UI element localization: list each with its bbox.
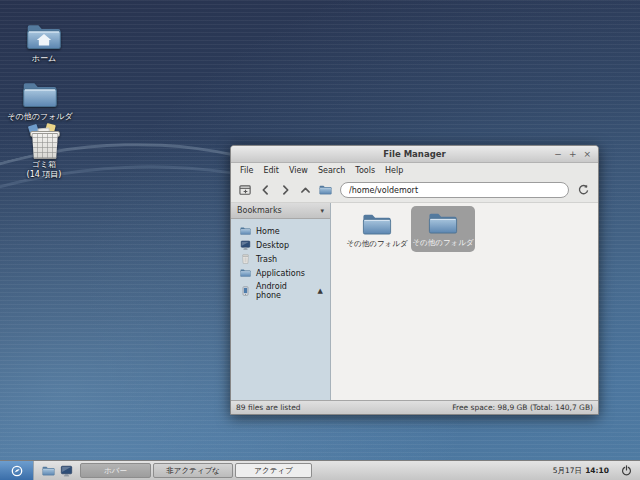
trash-icon xyxy=(240,254,251,264)
bookmarks-header[interactable]: Bookmarks ▾ xyxy=(231,203,330,219)
desktop-icon xyxy=(240,240,251,250)
clock[interactable]: 5月17日 14:10 xyxy=(553,466,617,476)
folder-icon xyxy=(240,226,251,236)
menu-view[interactable]: View xyxy=(284,164,313,177)
menu-tools[interactable]: Tools xyxy=(350,164,380,177)
sidebar-item-applications[interactable]: Applications xyxy=(231,266,330,280)
back-icon xyxy=(259,184,272,196)
sidebar: Bookmarks ▾ Home Desktop Trash xyxy=(231,203,331,400)
applications-menu-button[interactable] xyxy=(0,461,34,480)
menu-file[interactable]: File xyxy=(235,164,258,177)
launchers xyxy=(34,464,80,478)
show-desktop-launcher[interactable] xyxy=(59,464,73,478)
file-manager-body: Bookmarks ▾ Home Desktop Trash xyxy=(231,203,598,400)
desktop-icon-other-folder[interactable]: その他のフォルダ xyxy=(2,80,78,122)
desktop-icon-home[interactable]: ホーム xyxy=(6,22,82,64)
bookmarks-header-label: Bookmarks xyxy=(237,206,282,215)
bookmarks-list: Home Desktop Trash Applications xyxy=(231,219,330,302)
desktop: ホーム その他のフォルダ ゴミ箱 (14 項目) File Manager − … xyxy=(0,0,640,480)
home-folder-icon xyxy=(26,22,62,52)
back-button[interactable] xyxy=(256,181,275,200)
up-button[interactable] xyxy=(296,181,315,200)
path-input[interactable] xyxy=(340,182,569,198)
new-tab-icon xyxy=(239,184,252,196)
folder-icon xyxy=(240,268,251,278)
file-item-label: その他のフォルダ xyxy=(346,239,407,249)
file-manager-window: File Manager − + × File Edit View Search… xyxy=(230,145,599,415)
file-item-folder-selected[interactable]: その他のフォルダ xyxy=(411,206,475,252)
forward-icon xyxy=(279,184,292,196)
maximize-button[interactable]: + xyxy=(569,150,577,159)
taskbar-window-button-inactive[interactable]: 非アクティブな xyxy=(153,463,233,478)
trash-full-icon xyxy=(27,124,61,158)
sidebar-item-trash[interactable]: Trash xyxy=(231,252,330,266)
folder-icon xyxy=(428,211,458,236)
file-item-folder[interactable]: その他のフォルダ xyxy=(345,212,409,249)
menu-search[interactable]: Search xyxy=(313,164,350,177)
status-free-space: Free space: 98,9 GB (Total: 140,7 GB) xyxy=(452,403,593,412)
eject-icon[interactable]: ▲ xyxy=(318,287,326,295)
files-area[interactable]: その他のフォルダ その他のフォルダ xyxy=(331,203,598,400)
taskbar-window-button-hover[interactable]: ホバー xyxy=(80,463,151,478)
toolbar xyxy=(231,178,598,203)
window-buttons: ホバー 非アクティブな アクティブ xyxy=(80,463,312,478)
desktop-icon xyxy=(60,465,73,477)
distro-logo-icon xyxy=(11,465,23,477)
clock-date: 5月17日 xyxy=(553,466,582,476)
desktop-icon-label: その他のフォルダ xyxy=(7,112,72,122)
trash-basket xyxy=(31,133,59,159)
folder-icon xyxy=(319,184,332,196)
sidebar-item-label: Trash xyxy=(256,255,277,264)
reload-button[interactable] xyxy=(574,181,593,200)
power-button[interactable] xyxy=(617,461,640,480)
forward-button[interactable] xyxy=(276,181,295,200)
desktop-icon-label: ゴミ箱 (14 項目) xyxy=(27,160,62,181)
close-button[interactable]: × xyxy=(583,150,591,159)
power-icon xyxy=(621,465,632,476)
file-manager-launcher[interactable] xyxy=(41,464,55,478)
folder-icon xyxy=(22,80,58,110)
up-icon xyxy=(299,184,312,196)
file-item-label: その他のフォルダ xyxy=(412,238,473,248)
chevron-down-icon: ▾ xyxy=(320,207,324,215)
sidebar-item-desktop[interactable]: Desktop xyxy=(231,238,330,252)
taskbar-button-label: アクティブ xyxy=(254,466,292,476)
menu-edit[interactable]: Edit xyxy=(258,164,284,177)
new-tab-button[interactable] xyxy=(236,181,255,200)
taskbar: ホバー 非アクティブな アクティブ 5月17日 14:10 xyxy=(0,460,640,480)
reload-icon xyxy=(577,184,590,196)
taskbar-window-button-active[interactable]: アクティブ xyxy=(235,463,312,478)
window-title: File Manager xyxy=(231,149,598,159)
menubar: File Edit View Search Tools Help xyxy=(231,163,598,178)
status-files-count: 89 files are listed xyxy=(236,403,301,412)
sidebar-item-home[interactable]: Home xyxy=(231,224,330,238)
sidebar-item-android-phone[interactable]: Android phone ▲ xyxy=(231,280,330,302)
menu-help[interactable]: Help xyxy=(380,164,408,177)
sidebar-item-label: Applications xyxy=(256,269,305,278)
taskbar-button-label: ホバー xyxy=(104,466,127,476)
clock-time: 14:10 xyxy=(585,466,609,475)
taskbar-button-label: 非アクティブな xyxy=(166,466,220,476)
sidebar-item-label: Home xyxy=(256,227,280,236)
minimize-button[interactable]: − xyxy=(554,150,562,159)
statusbar: 89 files are listed Free space: 98,9 GB … xyxy=(231,400,598,414)
phone-icon xyxy=(240,286,251,296)
sidebar-item-label: Desktop xyxy=(256,241,289,250)
desktop-icon-label: ホーム xyxy=(32,54,56,64)
home-button[interactable] xyxy=(316,181,335,200)
sidebar-item-label: Android phone xyxy=(256,282,313,300)
folder-icon xyxy=(362,212,392,237)
titlebar[interactable]: File Manager − + × xyxy=(231,146,598,163)
desktop-icon-trash[interactable]: ゴミ箱 (14 項目) xyxy=(6,124,82,181)
folder-icon xyxy=(42,465,55,477)
